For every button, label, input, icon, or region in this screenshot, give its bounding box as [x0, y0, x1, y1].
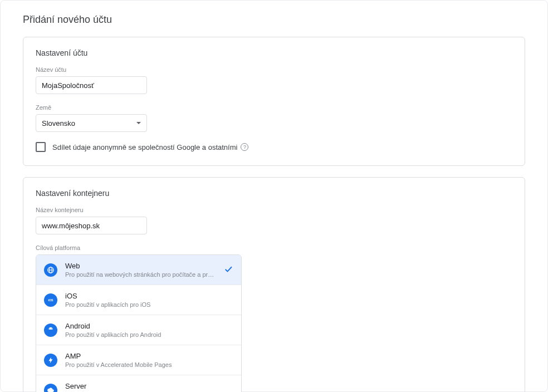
platform-text: Android Pro použití v aplikacích pro And… — [65, 322, 233, 338]
platform-text: AMP Pro použití v Accelerated Mobile Pag… — [65, 352, 233, 368]
platform-option-ios[interactable]: iOS iOS Pro použití v aplikacích pro iOS — [36, 285, 241, 315]
amp-icon — [44, 354, 57, 367]
share-data-label-text: Sdílet údaje anonymně se společností Goo… — [52, 143, 237, 151]
platform-option-server[interactable]: Server For server-side instrumentation a… — [36, 375, 241, 392]
container-settings-panel: Nastavení kontejneru Název kontejneru Cí… — [23, 177, 525, 392]
platform-option-android[interactable]: Android Pro použití v aplikacích pro And… — [36, 315, 241, 345]
platform-list: Web Pro použití na webových stránkách pr… — [36, 254, 242, 392]
help-icon[interactable]: ? — [241, 143, 248, 151]
svg-point-4 — [50, 328, 50, 329]
platform-desc: Pro použití v Accelerated Mobile Pages — [65, 361, 233, 368]
account-settings-panel: Nastavení účtu Název účtu Země Slovensko… — [23, 37, 525, 166]
svg-point-5 — [51, 328, 52, 329]
platform-label: Cílová platforma — [36, 244, 512, 251]
platform-desc: Pro použití v aplikacích pro iOS — [65, 301, 233, 308]
platform-text: Server For server-side instrumentation a… — [65, 382, 233, 392]
platform-title: iOS — [65, 292, 233, 300]
platform-text: iOS Pro použití v aplikacích pro iOS — [65, 292, 233, 308]
globe-icon — [44, 263, 57, 277]
caret-down-icon — [136, 122, 141, 124]
ios-icon: iOS — [44, 293, 57, 307]
platform-desc: Pro použití v aplikacích pro Android — [65, 331, 233, 338]
svg-text:iOS: iOS — [48, 298, 53, 302]
account-panel-title: Nastavení účtu — [36, 48, 512, 57]
share-data-label: Sdílet údaje anonymně se společností Goo… — [52, 143, 248, 151]
share-data-row: Sdílet údaje anonymně se společností Goo… — [36, 142, 512, 152]
platform-title: AMP — [65, 352, 233, 360]
platform-title: Web — [65, 262, 216, 270]
create-account-page: Přidání nového účtu Nastavení účtu Název… — [0, 0, 548, 392]
android-icon — [44, 324, 57, 337]
platform-text: Web Pro použití na webových stránkách pr… — [65, 262, 216, 278]
country-label: Země — [36, 104, 512, 111]
server-icon — [44, 384, 57, 393]
platform-title: Android — [65, 322, 233, 330]
platform-option-web[interactable]: Web Pro použití na webových stránkách pr… — [36, 255, 241, 285]
container-name-input[interactable] — [36, 217, 147, 234]
container-panel-title: Nastavení kontejneru — [36, 189, 512, 198]
page-title: Přidání nového účtu — [23, 14, 525, 26]
platform-option-amp[interactable]: AMP Pro použití v Accelerated Mobile Pag… — [36, 345, 241, 375]
check-icon — [223, 264, 233, 276]
country-select-value: Slovensko — [42, 119, 75, 128]
country-select[interactable]: Slovensko — [36, 114, 147, 132]
platform-desc: Pro použití na webových stránkách pro po… — [65, 271, 216, 278]
share-data-checkbox[interactable] — [36, 142, 46, 152]
account-name-input[interactable] — [36, 76, 147, 94]
container-name-label: Název kontejneru — [36, 207, 512, 213]
platform-title: Server — [65, 382, 233, 390]
account-name-label: Název účtu — [36, 66, 512, 73]
